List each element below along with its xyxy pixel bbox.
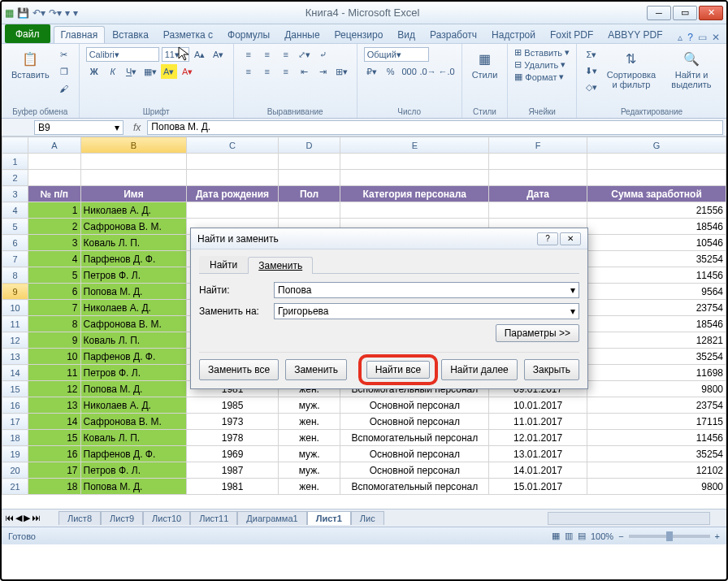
cell[interactable]: 35254 [587, 446, 726, 462]
currency-icon[interactable]: ₽▾ [364, 64, 380, 79]
dropdown-icon[interactable]: ▾ [570, 284, 575, 296]
tab-Рецензиро[interactable]: Рецензиро [327, 26, 391, 43]
zoom-slider[interactable] [629, 535, 710, 538]
tab-Вставка[interactable]: Вставка [105, 26, 156, 43]
sheet-tab[interactable]: Лист8 [58, 511, 101, 525]
doc-close-icon[interactable]: ✕ [712, 32, 720, 43]
cell[interactable]: Парфенов Д. Ф. [80, 446, 187, 462]
cell[interactable]: муж. [278, 446, 340, 462]
cell[interactable] [187, 202, 279, 219]
cell[interactable]: муж. [278, 462, 340, 479]
row-header[interactable]: 12 [2, 332, 28, 349]
column-header[interactable]: A [28, 137, 80, 154]
cell[interactable]: 7 [28, 300, 80, 316]
cell[interactable]: 16 [28, 446, 80, 462]
decrease-indent-icon[interactable]: ⇤ [297, 64, 313, 79]
align-center-icon[interactable]: ≡ [259, 64, 275, 79]
percent-icon[interactable]: % [383, 64, 399, 79]
copy-icon[interactable]: ❐ [56, 64, 72, 79]
params-button[interactable]: Параметры >> [496, 324, 579, 342]
cell[interactable]: 11 [28, 365, 80, 381]
cell[interactable] [340, 170, 489, 186]
view-break-icon[interactable]: ▤ [578, 531, 586, 541]
tab-Разметка с[interactable]: Разметка с [156, 26, 220, 43]
wrap-text-icon[interactable]: ⤶ [315, 47, 332, 62]
cell[interactable] [187, 154, 279, 170]
cell[interactable]: Основной персонал [340, 397, 489, 414]
cell[interactable]: 11456 [587, 430, 726, 446]
cell[interactable]: Основной персонал [340, 446, 489, 462]
cell[interactable]: Попова М. Д. [80, 284, 187, 300]
cell[interactable] [340, 154, 489, 170]
tab-replace[interactable]: Заменить [248, 257, 313, 274]
sort-filter-button[interactable]: ⇅ Сортировка и фильтр [603, 47, 660, 91]
cell[interactable]: 35254 [587, 349, 726, 365]
border-icon[interactable]: ▦▾ [142, 64, 158, 79]
cell[interactable]: 15.01.2017 [489, 479, 587, 495]
column-header[interactable]: E [340, 137, 489, 154]
row-header[interactable]: 7 [2, 251, 28, 267]
row-header[interactable]: 6 [2, 235, 28, 251]
sheet-tab[interactable]: Лист9 [101, 511, 143, 525]
cell[interactable] [278, 170, 340, 186]
cell[interactable]: Коваль Л. П. [80, 235, 187, 251]
name-box[interactable]: B9▾ [34, 120, 124, 135]
sheet-tab[interactable]: Лист10 [143, 511, 190, 525]
cell[interactable]: Дата [489, 186, 587, 202]
cell[interactable]: 6 [28, 284, 80, 300]
fx-icon[interactable]: fx [127, 122, 147, 133]
cell[interactable]: 1987 [187, 462, 279, 479]
cell[interactable] [587, 170, 726, 186]
cell[interactable]: 10.01.2017 [489, 397, 587, 414]
dialog-help-button[interactable]: ? [537, 232, 558, 245]
row-header[interactable]: 9 [2, 284, 28, 300]
cell[interactable]: 11.01.2017 [489, 414, 587, 430]
cell[interactable]: 5 [28, 267, 80, 284]
tab-Формулы[interactable]: Формулы [220, 26, 277, 43]
italic-icon[interactable]: К [105, 64, 121, 79]
cell[interactable]: 23754 [587, 300, 726, 316]
cell[interactable]: 23754 [587, 397, 726, 414]
cell[interactable]: 15 [28, 430, 80, 446]
cell[interactable]: Сафронова В. М. [80, 414, 187, 430]
merge-icon[interactable]: ⊞▾ [334, 64, 350, 79]
zoom-in-icon[interactable]: + [715, 531, 720, 541]
sheet-tab[interactable]: Лист1 [307, 511, 351, 525]
doc-restore-icon[interactable]: ▭ [698, 32, 707, 43]
cell[interactable]: Петров Ф. Л. [80, 267, 187, 284]
fill-color-icon[interactable]: A▾ [161, 64, 177, 79]
sheet-tab[interactable]: Лист11 [190, 511, 237, 525]
tab-Разработч[interactable]: Разработч [422, 26, 484, 43]
bold-icon[interactable]: Ж [86, 64, 102, 79]
tab-Данные[interactable]: Данные [277, 26, 327, 43]
sheet-tab[interactable]: Лис [351, 511, 384, 525]
row-header[interactable]: 8 [2, 267, 28, 284]
dropdown-icon[interactable]: ▾ [570, 306, 575, 317]
tab-Foxit PDF[interactable]: Foxit PDF [543, 26, 600, 43]
replace-input[interactable]: Григорьева▾ [274, 303, 579, 319]
tab-ABBYY PDF[interactable]: ABBYY PDF [600, 26, 670, 43]
styles-button[interactable]: ▦ Стили [469, 47, 501, 81]
cell[interactable]: Вспомогательный персонал [340, 479, 489, 495]
cell[interactable]: Николаев А. Д. [80, 202, 187, 219]
view-layout-icon[interactable]: ▥ [565, 531, 573, 541]
align-left-icon[interactable]: ≡ [240, 64, 257, 79]
select-all-corner[interactable] [2, 137, 28, 154]
cell[interactable]: 11698 [587, 365, 726, 381]
cell[interactable]: 12821 [587, 332, 726, 349]
row-header[interactable]: 15 [2, 381, 28, 397]
cell[interactable]: Сумма заработной [587, 186, 726, 202]
cell[interactable]: 1985 [187, 397, 279, 414]
cell[interactable]: 3 [28, 235, 80, 251]
row-header[interactable]: 3 [2, 186, 28, 202]
cell[interactable]: 8 [28, 316, 80, 332]
cell[interactable] [187, 170, 279, 186]
cell[interactable] [340, 202, 489, 219]
cell[interactable]: 13 [28, 397, 80, 414]
cell[interactable]: Николаев А. Д. [80, 300, 187, 316]
cell[interactable]: Парфенов Д. Ф. [80, 251, 187, 267]
close-button[interactable]: Закрыть [524, 359, 579, 380]
cell[interactable]: Имя [80, 186, 187, 202]
cell[interactable]: 17115 [587, 414, 726, 430]
column-header[interactable]: C [187, 137, 279, 154]
